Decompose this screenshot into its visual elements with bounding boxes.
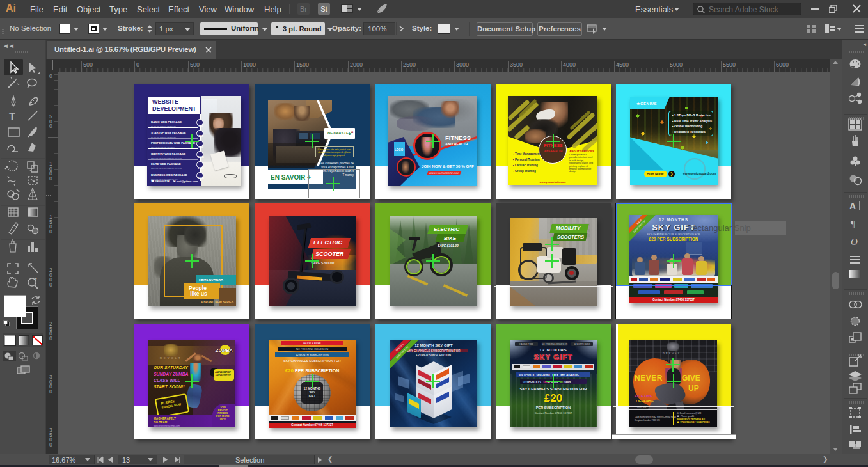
svg-text:O: O	[851, 237, 858, 247]
svg-text:T: T	[9, 111, 15, 122]
svg-text:A: A	[849, 201, 856, 211]
svg-text:¶: ¶	[851, 219, 855, 229]
